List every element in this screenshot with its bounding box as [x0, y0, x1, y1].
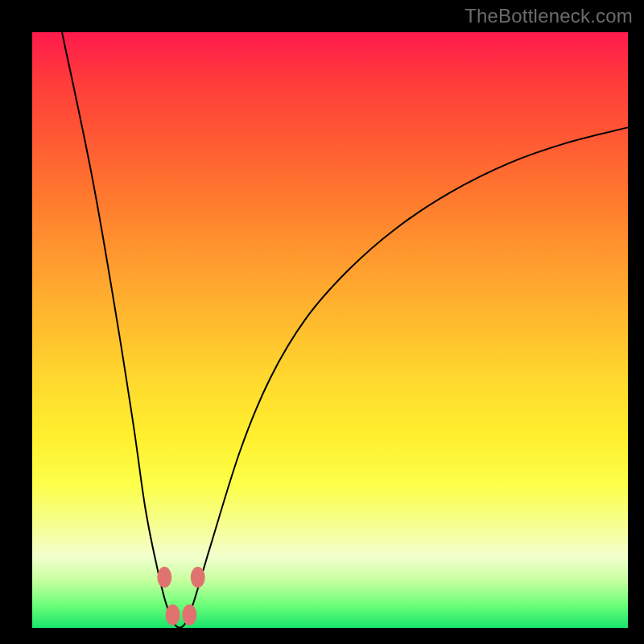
- curve-marker: [182, 605, 196, 625]
- curve-marker: [157, 567, 171, 588]
- plot-svg: [32, 32, 628, 628]
- bottleneck-curve: [62, 32, 628, 628]
- watermark-text: TheBottleneck.com: [464, 5, 633, 27]
- plot-area: [32, 32, 628, 628]
- curve-marker: [191, 567, 205, 588]
- chart-frame: TheBottleneck.com: [0, 0, 644, 644]
- curve-marker: [166, 605, 180, 625]
